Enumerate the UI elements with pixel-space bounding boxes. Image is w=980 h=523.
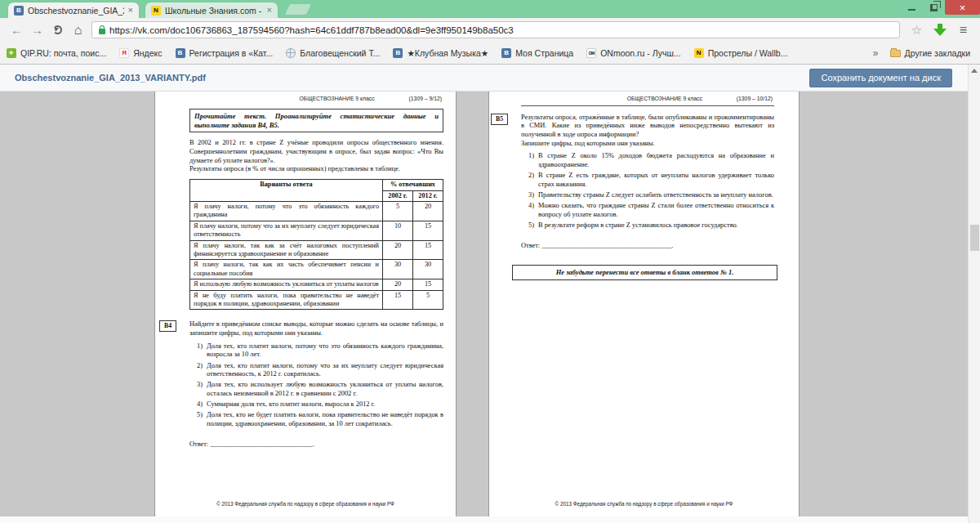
page-header-subject: ОБЩЕСТВОЗНАНИЕ 9 класс — [299, 96, 374, 103]
table-header-percent: % отвечавших — [383, 180, 443, 190]
item-number: 5) — [521, 221, 534, 230]
tab-strip: Obschestvoznanie_GIA_20 Школьные Знания.… — [0, 0, 980, 18]
row-2002: 10 — [383, 221, 413, 240]
page-header-subject: ОБЩЕСТВОЗНАНИЕ 9 класс — [627, 96, 702, 103]
bookmark-label: ★Клубная Музыка★ — [407, 48, 488, 58]
item-number: 1) — [521, 152, 534, 169]
reload-icon[interactable] — [47, 21, 68, 39]
bookmark-my-page[interactable]: Моя Страница — [501, 48, 573, 58]
tab-znania[interactable]: Школьные Знания.com - — [145, 2, 278, 18]
qip-favicon — [7, 48, 16, 58]
bookmark-label: Моя Страница — [515, 48, 573, 58]
row-text: Я плачу налоги, так как их часть обеспеч… — [190, 260, 383, 279]
bookmark-label: ONmoon.ru - Лучш... — [600, 48, 681, 58]
url-host: https://vk.com — [109, 25, 167, 35]
https-lock-icon[interactable] — [99, 29, 105, 34]
question-b5-text: Результаты опроса, отражённые в таблице,… — [521, 114, 774, 140]
row-2012: 15 — [413, 221, 443, 240]
vk-favicon — [176, 48, 185, 58]
menu-icon[interactable] — [953, 21, 973, 39]
list-item: 2) В стране Z есть граждане, которых от … — [521, 172, 774, 189]
document-filename: Obschestvoznanie_GIA_2013_VARIANTY.pdf — [15, 65, 206, 92]
item-text: Суммарная доля тех, кто платит налоги, в… — [207, 400, 443, 409]
table-row: Я плачу налоги, так как их часть обеспеч… — [190, 260, 443, 279]
question-b5-label: В5 — [491, 114, 508, 125]
table-row: Я плачу налоги, потому что это обязаннос… — [190, 201, 443, 221]
question-b5: В5 Результаты опроса, отражённые в табли… — [521, 114, 774, 251]
item-text: Доля тех, кто использует любую возможнос… — [207, 381, 443, 398]
intro-paragraph: В 2002 и 2012 гг. в стране Z учёные пров… — [189, 139, 443, 165]
item-text: Доля тех, кто не будет платить налоги, п… — [207, 411, 443, 428]
row-2012: 15 — [413, 240, 443, 260]
new-tab-button[interactable] — [285, 4, 311, 15]
page-header: ОБЩЕСТВОЗНАНИЕ 9 класс (1309 – 10/12) — [521, 96, 774, 103]
row-text: Я использую любую возможность уклониться… — [190, 279, 383, 290]
tab-document[interactable]: Obschestvoznanie_GIA_20 — [8, 2, 139, 18]
document-page-10: ОБЩЕСТВОЗНАНИЕ 9 класс (1309 – 10/12) В5… — [488, 92, 800, 516]
item-number: 2) — [189, 362, 203, 379]
list-item: 2) Доля тех, кто платит налоги, потому ч… — [189, 362, 443, 379]
n-favicon — [694, 48, 704, 58]
close-button[interactable] — [945, 0, 980, 15]
row-text: Я не буду платить налоги, пока правитель… — [190, 290, 383, 310]
list-item: 3) Доля тех, кто использует любую возмож… — [189, 381, 443, 398]
item-number: 5) — [189, 411, 203, 428]
scrollbar-up-arrow-icon[interactable] — [971, 69, 978, 73]
list-item: 3) Правительству страны Z следует ослаби… — [521, 191, 774, 200]
answer-line: Ответ: _________________________________… — [521, 242, 774, 251]
bottom-strip — [0, 516, 968, 523]
row-text: Я плачу налоги, так как за счёт налоговы… — [190, 240, 383, 260]
item-text: В результате реформ в стране Z установил… — [538, 221, 774, 230]
page-footer: © 2013 Федеральная служба по надзору в с… — [489, 501, 799, 507]
forward-icon[interactable] — [27, 21, 47, 39]
row-2012: 20 — [413, 201, 443, 221]
page-header: ОБЩЕСТВОЗНАНИЕ 9 класс (1309 – 9/12) — [189, 96, 443, 103]
header-rule — [521, 105, 774, 106]
bookmark-blagoveshchensky[interactable]: Благовещенский Т... — [286, 48, 380, 58]
scrollbar-thumb[interactable] — [970, 225, 979, 251]
row-2012: 15 — [413, 279, 443, 290]
bookmark-registration[interactable]: Регистрация в «Кат... — [176, 48, 274, 58]
item-number: 3) — [521, 191, 534, 200]
list-item: 5) Доля тех, кто не будет платить налоги… — [189, 411, 443, 428]
list-item: 1) Доля тех, кто платит налоги, потому ч… — [189, 342, 443, 360]
bookmark-prostrely[interactable]: Прострелы / Wallb... — [694, 48, 788, 58]
bookmarks-overflow-chevron-icon[interactable] — [873, 47, 879, 59]
tab-close-icon[interactable] — [267, 6, 272, 15]
restore-button[interactable] — [923, 0, 945, 15]
intro-paragraph: Результаты опроса (в % от числа опрошенн… — [189, 165, 443, 174]
row-2002: 15 — [383, 290, 413, 310]
vk-favicon — [14, 6, 24, 16]
home-icon[interactable] — [68, 21, 88, 39]
page-footer: © 2013 Федеральная служба по надзору в с… — [155, 501, 456, 507]
save-to-disk-button[interactable]: Сохранить документ на диск — [809, 69, 952, 87]
item-number: 4) — [521, 202, 534, 219]
list-item: 1) В стране Z около 15% доходов бюджета … — [521, 152, 774, 169]
answer-label: Ответ: — [189, 440, 208, 448]
other-bookmarks-button[interactable]: Другие закладки — [890, 48, 970, 58]
item-text: Доля тех, кто платит налоги, потому что … — [207, 362, 443, 379]
bookmark-star-icon[interactable] — [906, 21, 927, 39]
bookmark-onmoon[interactable]: ONmoon.ru - Лучш... — [586, 48, 681, 58]
back-icon[interactable] — [7, 21, 27, 39]
tab-title: Школьные Знания.com - — [165, 6, 263, 16]
table-header-2002: 2002 г. — [383, 190, 413, 201]
question-b4-items: 1) Доля тех, кто платит налоги, потому ч… — [189, 342, 443, 429]
download-arrow-icon[interactable] — [933, 24, 947, 37]
list-item: 4) Можно сказать, что граждане страны Z … — [521, 202, 774, 219]
transfer-answers-note: Не забудьте перенести все ответы в бланк… — [512, 265, 777, 280]
bookmark-qip[interactable]: QIP.RU: почта, поис... — [7, 48, 106, 58]
address-bar[interactable]: https://vk.com /doc106736863_187594560?h… — [91, 21, 900, 38]
page-scrollbar[interactable] — [968, 65, 980, 523]
bookmark-label: Регистрация в «Кат... — [189, 48, 274, 58]
bookmark-label: QIP.RU: почта, поис... — [20, 48, 106, 58]
table-header-options: Варианты ответа — [190, 180, 383, 202]
item-number: 3) — [189, 381, 203, 398]
bookmark-label: Прострелы / Wallb... — [708, 48, 788, 58]
bookmark-yandex[interactable]: Яндекс — [119, 48, 162, 58]
yandex-favicon — [119, 48, 129, 58]
tab-close-icon[interactable] — [128, 6, 133, 15]
minimize-button[interactable] — [901, 0, 923, 15]
item-number: 2) — [521, 172, 534, 189]
bookmark-club-music[interactable]: ★Клубная Музыка★ — [393, 48, 488, 58]
